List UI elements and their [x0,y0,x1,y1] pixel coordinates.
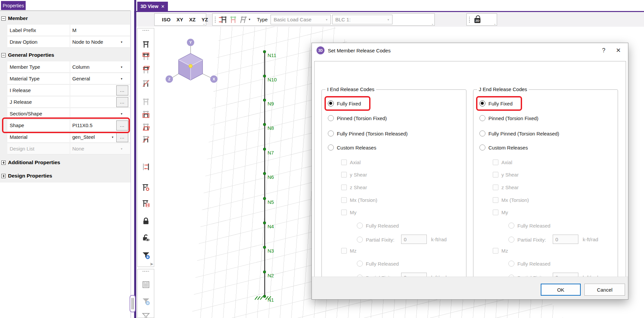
radio-fully-fixed[interactable]: Fully Fixed [479,99,513,107]
release-i-pin-icon[interactable] [141,52,151,62]
member-settings-icon[interactable] [141,183,151,193]
release-gray-icon[interactable] [141,97,151,107]
lock-icon[interactable] [141,216,151,226]
radio-icon[interactable] [508,261,514,267]
filter-outline-icon[interactable] [141,311,151,318]
i-release-browse-button[interactable]: ... [116,85,128,95]
tab-close-icon[interactable]: ✕ [161,4,165,9]
help-button[interactable]: ? [599,46,609,55]
release-fixed-icon[interactable] [141,39,151,49]
filter-apply-icon[interactable] [141,250,151,260]
toolbar-overflow-icon[interactable]: ⌄ [203,22,205,25]
xy-view-button[interactable]: XY [174,15,186,24]
my-partial-fixity-input[interactable] [553,235,578,244]
axis-cube-icon[interactable]: Y X Z [163,29,229,84]
checkbox-mz[interactable]: Mz [493,247,508,255]
radio-fully-pinned[interactable]: Fully Pinned (Torsion Released) [328,129,408,137]
member-release-pinned-icon[interactable] [228,15,238,25]
material-browse-button[interactable]: ... [116,132,128,142]
shape-browse-button[interactable]: ... [116,120,128,130]
checkbox-icon[interactable] [493,172,498,178]
collapse-icon[interactable] [1,16,6,21]
radio-my-fully-released[interactable]: Fully Released [508,222,550,230]
radio-fully-pinned[interactable]: Fully Pinned (Torsion Released) [479,129,559,137]
checkbox-icon[interactable] [341,210,347,215]
radio-custom-releases[interactable]: Custom Releases [479,143,528,151]
checkbox-z-shear[interactable]: z Shear [493,183,519,191]
splitter-grip[interactable] [130,295,136,312]
radio-icon[interactable] [479,100,485,106]
member-column[interactable] [264,51,265,296]
checkbox-my[interactable]: My [493,208,508,216]
radio-pinned[interactable]: Pinned (Torsion Fixed) [328,114,387,122]
chevron-down-icon[interactable]: ▼ [248,18,251,21]
radio-icon[interactable] [508,223,514,229]
checkbox-axial[interactable]: Axial [493,158,512,166]
release-i-released-icon[interactable] [141,78,151,88]
ok-button[interactable]: OK [541,284,581,296]
drag-handle-icon[interactable] [142,30,150,31]
release-i-partial-icon[interactable] [141,65,151,75]
drag-handle-icon[interactable] [469,16,470,23]
radio-pinned[interactable]: Pinned (Torsion Fixed) [479,114,538,122]
expand-icon[interactable] [1,161,6,165]
chevron-down-icon[interactable]: ▼ [120,66,123,69]
chevron-down-icon[interactable]: ▼ [120,77,123,80]
radio-fully-fixed[interactable]: Fully Fixed [328,99,361,107]
j-release-browse-button[interactable]: ... [116,97,128,107]
checkbox-icon[interactable] [493,197,498,203]
checkbox-icon[interactable] [341,197,347,203]
radio-mz-fully-released[interactable]: Fully Released [508,260,550,268]
drag-handle-icon[interactable] [215,16,216,23]
filter-equal-icon[interactable] [141,296,151,306]
checkbox-icon[interactable] [341,160,347,165]
member-release-assign-icon[interactable] [218,15,228,25]
radio-my-fully-released[interactable]: Fully Released [357,222,399,230]
radio-icon[interactable] [479,130,485,136]
checkbox-z-shear[interactable]: z Shear [341,183,367,191]
toolbar-expander-icon[interactable]: |▶ [150,262,153,266]
checkbox-mz[interactable]: Mz [341,247,356,255]
close-icon[interactable]: ✕ [613,46,623,55]
iso-view-button[interactable]: ISO [159,15,174,24]
my-partial-fixity-input[interactable] [401,235,427,244]
radio-icon[interactable] [479,115,485,121]
lock-2d-icon[interactable]: 2D [472,15,482,25]
checkbox-icon[interactable] [341,185,347,190]
toolbar-overflow-icon[interactable]: ⌄ [431,22,434,25]
radio-icon[interactable] [328,144,334,150]
checkbox-my[interactable]: My [341,208,356,216]
checkbox-axial[interactable]: Axial [341,158,361,166]
drag-handle-icon[interactable] [142,271,150,272]
radio-icon[interactable] [328,130,334,136]
chevron-down-icon[interactable]: ▼ [111,136,114,139]
collapse-icon[interactable] [1,53,6,57]
member-offset-icon[interactable] [141,162,151,172]
member-save-icon[interactable] [141,199,151,209]
checkbox-icon[interactable] [341,248,347,254]
unlock-visibility-icon[interactable] [141,233,151,243]
radio-custom-releases[interactable]: Custom Releases [328,143,376,151]
release-j-released-icon[interactable] [141,134,151,144]
radio-icon[interactable] [357,237,363,243]
checkbox-y-shear[interactable]: y Shear [341,171,367,179]
load-case-type-select[interactable]: Basic Load Case ▼ [271,15,331,24]
radio-my-partial-fixity[interactable]: Partial Fixity: [508,236,546,244]
checkbox-mx-torsion[interactable]: Mx (Torsion) [493,196,529,204]
checkbox-mx-torsion[interactable]: Mx (Torsion) [341,196,377,204]
release-j-partial-icon[interactable] [141,122,151,132]
chevron-down-icon[interactable]: ▼ [120,112,123,115]
checkbox-icon[interactable] [341,172,347,178]
radio-icon[interactable] [328,115,334,121]
checkbox-y-shear[interactable]: y Shear [493,171,519,179]
radio-icon[interactable] [479,144,485,150]
checkbox-icon[interactable] [493,160,498,165]
radio-icon[interactable] [328,100,334,106]
chevron-down-icon[interactable]: ▼ [120,41,123,44]
checkbox-icon[interactable] [493,185,498,190]
checkbox-icon[interactable] [493,210,498,215]
cancel-button[interactable]: Cancel [584,284,625,296]
radio-my-partial-fixity[interactable]: Partial Fixity: [357,236,394,244]
properties-tab[interactable]: Properties [1,1,26,10]
radio-mz-fully-released[interactable]: Fully Released [357,260,399,268]
